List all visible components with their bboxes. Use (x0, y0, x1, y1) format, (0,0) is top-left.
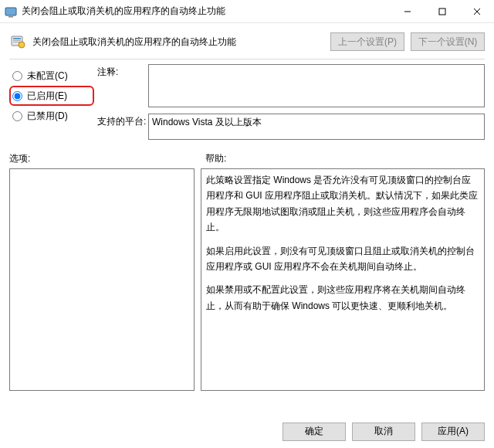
close-button[interactable] (459, 0, 494, 22)
svg-rect-1 (8, 16, 13, 18)
policy-header: 关闭会阻止或取消关机的应用程序的自动终止功能 上一个设置(P) 下一个设置(N) (0, 23, 494, 59)
ok-button[interactable]: 确定 (283, 423, 346, 441)
form-area: 未配置(C) 已启用(E) 已禁用(D) 注释: 支持的平台: Windows … (0, 59, 494, 143)
apply-button[interactable]: 应用(A) (421, 423, 485, 441)
state-radio-group: 未配置(C) 已启用(E) 已禁用(D) (9, 64, 94, 140)
comment-label: 注释: (97, 64, 148, 79)
svg-rect-8 (13, 40, 21, 41)
options-pane[interactable] (9, 168, 195, 391)
platform-label: 支持的平台: (97, 114, 148, 128)
help-text: 此策略设置指定 Windows 是否允许没有可见顶级窗口的控制台应用程序和 GU… (206, 172, 479, 314)
svg-rect-3 (439, 8, 445, 15)
radio-enabled-label: 已启用(E) (27, 90, 67, 103)
maximize-button[interactable] (425, 0, 459, 22)
radio-disabled-input[interactable] (12, 111, 22, 121)
app-icon (5, 5, 17, 18)
cancel-button[interactable]: 取消 (352, 423, 415, 441)
fields-grid: 注释: 支持的平台: Windows Vista 及以上版本 (97, 64, 485, 140)
next-setting-button[interactable]: 下一个设置(N) (411, 32, 485, 51)
svg-rect-7 (13, 38, 21, 39)
radio-disabled-label: 已禁用(D) (27, 110, 68, 123)
radio-enabled[interactable]: 已启用(E) (9, 86, 94, 106)
radio-disabled[interactable]: 已禁用(D) (9, 106, 94, 126)
radio-not-configured-label: 未配置(C) (27, 70, 68, 83)
titlebar: 关闭会阻止或取消关机的应用程序的自动终止功能 (0, 0, 494, 23)
prev-setting-button[interactable]: 上一个设置(P) (330, 32, 404, 51)
window-controls (390, 0, 494, 22)
section-heads: 选项: 帮助: (0, 143, 494, 168)
svg-point-10 (19, 42, 25, 48)
supported-platforms[interactable]: Windows Vista 及以上版本 (148, 114, 485, 140)
panes: 此策略设置指定 Windows 是否允许没有可见顶级窗口的控制台应用程序和 GU… (0, 168, 494, 391)
minimize-button[interactable] (390, 0, 425, 22)
policy-name: 关闭会阻止或取消关机的应用程序的自动终止功能 (32, 36, 324, 49)
window-title: 关闭会阻止或取消关机的应用程序的自动终止功能 (22, 5, 390, 18)
help-pane[interactable]: 此策略设置指定 Windows 是否允许没有可见顶级窗口的控制台应用程序和 GU… (201, 168, 485, 391)
radio-enabled-input[interactable] (12, 91, 22, 101)
options-label: 选项: (9, 152, 195, 165)
policy-icon (9, 33, 26, 50)
svg-rect-0 (5, 8, 16, 15)
radio-not-configured-input[interactable] (12, 71, 22, 81)
help-label: 帮助: (195, 152, 485, 165)
radio-not-configured[interactable]: 未配置(C) (9, 66, 94, 86)
platform-value: Windows Vista 及以上版本 (152, 117, 262, 127)
comment-input[interactable] (148, 64, 485, 107)
footer: 确定 取消 应用(A) (0, 414, 494, 448)
